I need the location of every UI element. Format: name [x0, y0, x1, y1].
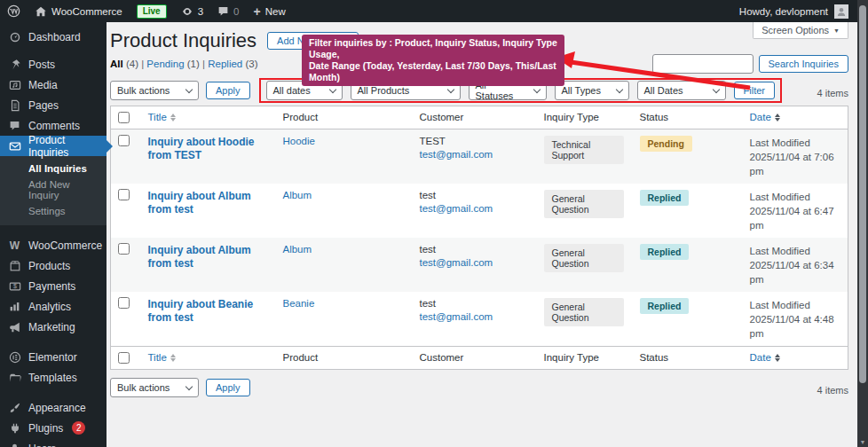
- sidebar-item-inquiry-settings[interactable]: Settings: [0, 203, 107, 219]
- scrollbar-thumb[interactable]: [859, 5, 866, 383]
- chevron-down-icon: [712, 85, 719, 92]
- sidebar-item-woocommerce[interactable]: W WooCommerce: [0, 235, 107, 255]
- sidebar-item-marketing[interactable]: Marketing: [0, 317, 107, 337]
- sidebar-item-payments[interactable]: $ Payments: [0, 276, 107, 296]
- sort-arrows-icon: [775, 114, 780, 122]
- status-badge: Replied: [640, 190, 690, 206]
- users-icon: [8, 443, 21, 447]
- view-filter-link[interactable]: Pending: [146, 59, 184, 69]
- inquiry-type-badge: General Question: [544, 298, 624, 326]
- bulk-actions-select[interactable]: Bulk actions: [110, 378, 199, 397]
- chevron-down-icon: [615, 85, 622, 92]
- woocommerce-icon: W: [8, 239, 21, 252]
- sidebar-item-add-new-inquiry[interactable]: Add New Inquiry: [0, 176, 107, 203]
- apply-button[interactable]: Apply: [206, 82, 250, 99]
- customer-email-link[interactable]: test@gmail.com: [420, 149, 493, 160]
- sidebar-item-templates[interactable]: Templates: [0, 367, 107, 388]
- sidebar-item-product-inquiries[interactable]: Product Inquiries: [0, 136, 107, 156]
- sidebar-item-plugins[interactable]: Plugins 2: [0, 418, 107, 438]
- product-link[interactable]: Album: [283, 190, 312, 200]
- customer-email-link[interactable]: test@gmail.com: [420, 203, 493, 214]
- live-badge: Live: [137, 4, 167, 19]
- sidebar-item-analytics[interactable]: Analytics: [0, 296, 107, 317]
- inquiry-title-link[interactable]: Inquiry about Album from test: [148, 244, 267, 271]
- sidebar-item-users[interactable]: Users: [0, 438, 107, 447]
- date-value: 2025/11/04 at 6:34 pm: [750, 258, 843, 286]
- apply-button[interactable]: Apply: [206, 379, 250, 396]
- new-content-button[interactable]: + New: [247, 0, 293, 22]
- search-inquiries-button[interactable]: Search Inquiries: [759, 55, 849, 73]
- date-range-filter-select[interactable]: All Dates: [637, 81, 726, 100]
- row-checkbox[interactable]: [118, 297, 130, 309]
- user-silhouette-icon: [836, 6, 847, 17]
- view-filter-link[interactable]: Replied: [208, 59, 242, 69]
- marketing-icon: [8, 321, 21, 333]
- row-checkbox[interactable]: [118, 135, 130, 146]
- inquiry-type-badge: General Question: [544, 190, 624, 218]
- view-filter-link[interactable]: All: [110, 59, 123, 69]
- sidebar-item-media[interactable]: Media: [0, 74, 107, 95]
- screen-options-button[interactable]: Screen Options ▼: [753, 22, 848, 39]
- update-count: 3: [198, 6, 203, 17]
- customer-name: test: [420, 298, 528, 309]
- dashboard-icon: [8, 31, 21, 43]
- view-filter: Pending (1): [146, 59, 208, 69]
- column-inquiry-type: Inquiry Type: [533, 347, 629, 370]
- product-link[interactable]: Album: [283, 244, 312, 255]
- site-name: WooCommerce: [51, 6, 122, 17]
- sidebar-item-pages[interactable]: Pages: [0, 95, 107, 115]
- customer-name: test: [420, 244, 528, 255]
- sidebar-item-all-inquiries[interactable]: All Inquiries: [0, 161, 107, 176]
- sort-by-title[interactable]: Title: [148, 352, 167, 363]
- date-value: 2025/11/04 at 4:48 pm: [750, 312, 843, 341]
- sort-by-date[interactable]: Date: [750, 352, 771, 363]
- inquiry-type-badge: Technical Support: [544, 136, 624, 164]
- filter-button[interactable]: Filter: [734, 82, 775, 99]
- customer-email-link[interactable]: test@gmail.com: [420, 311, 493, 322]
- date-label: Last Modified: [750, 298, 843, 312]
- date-value: 2025/11/04 at 7:06 pm: [750, 150, 843, 178]
- status-badge: Replied: [640, 298, 690, 314]
- row-checkbox[interactable]: [118, 243, 130, 255]
- sort-arrows-icon: [775, 354, 780, 362]
- site-link[interactable]: WooCommerce: [28, 0, 130, 22]
- inquiry-title-link[interactable]: Inquiry about Beanie from test: [148, 298, 267, 325]
- search-area: Search Inquiries: [652, 54, 849, 74]
- avatar[interactable]: [834, 4, 848, 19]
- search-input[interactable]: [652, 54, 754, 74]
- howdy-account[interactable]: Howdy, devlopment: [739, 6, 828, 17]
- templates-icon: [8, 372, 21, 384]
- wordpress-logo[interactable]: [0, 0, 28, 22]
- column-customer: Customer: [409, 347, 533, 370]
- sidebar-item-appearance[interactable]: Appearance: [0, 397, 107, 418]
- table-toolbar-bottom: Bulk actions Apply 4 items: [110, 374, 848, 401]
- sort-by-date[interactable]: Date: [750, 112, 771, 122]
- view-filter: Replied (3): [208, 59, 257, 69]
- vertical-scrollbar[interactable]: ▼: [857, 0, 868, 447]
- admin-bar: WooCommerce Live 3 0 + New Howdy, devlop…: [0, 0, 868, 22]
- product-link[interactable]: Hoodie: [283, 136, 315, 146]
- sidebar-item-posts[interactable]: Posts: [0, 54, 107, 74]
- live-status: Live: [130, 0, 174, 22]
- sort-arrows-icon: [170, 114, 176, 122]
- media-icon: [8, 79, 21, 91]
- sidebar-item-elementor[interactable]: Elementor: [0, 347, 107, 367]
- sidebar-item-products[interactable]: Products: [0, 255, 107, 276]
- scrollbar-down-arrow[interactable]: ▼: [857, 439, 868, 445]
- sort-by-title[interactable]: Title: [148, 112, 167, 122]
- row-checkbox[interactable]: [118, 189, 130, 200]
- inquiry-title-link[interactable]: Inquiry about Album from test: [148, 190, 267, 216]
- select-all-checkbox[interactable]: [118, 352, 130, 364]
- plugins-update-badge: 2: [72, 421, 85, 435]
- new-label: New: [265, 6, 286, 17]
- column-inquiry-type: Inquiry Type: [533, 106, 629, 129]
- type-filter-select[interactable]: All Types: [555, 81, 629, 100]
- bulk-actions-select[interactable]: Bulk actions: [110, 81, 199, 100]
- sidebar-item-dashboard[interactable]: Dashboard: [0, 27, 107, 47]
- updates-indicator[interactable]: 3: [174, 0, 210, 22]
- comments-indicator[interactable]: 0: [210, 0, 246, 22]
- product-link[interactable]: Beanie: [283, 298, 315, 309]
- customer-email-link[interactable]: test@gmail.com: [420, 257, 493, 268]
- select-all-checkbox[interactable]: [118, 112, 130, 123]
- inquiry-title-link[interactable]: Inquiry about Hoodie from TEST: [148, 136, 267, 162]
